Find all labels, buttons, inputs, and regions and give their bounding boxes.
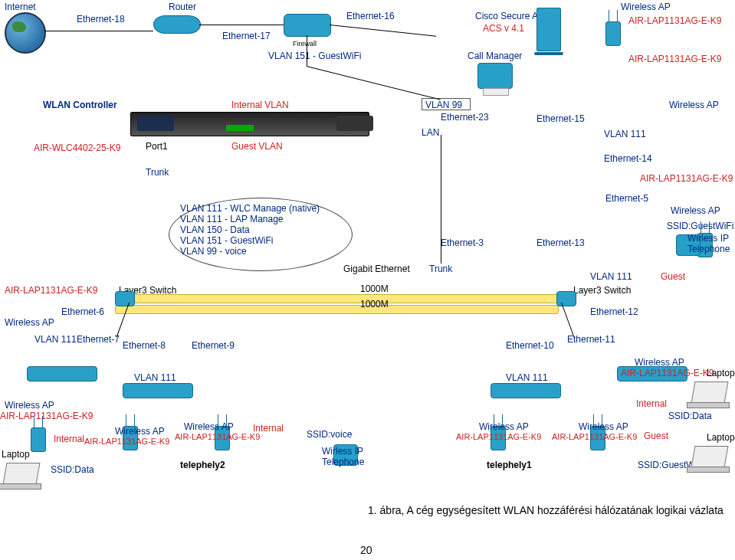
callout-l5: VLAN 99 - voice xyxy=(180,246,341,257)
fiber-link-2 xyxy=(115,305,559,314)
wap-e-label: Wireless AP xyxy=(579,421,628,432)
router-label: Router xyxy=(169,2,196,12)
call-manager-label: Call Manager xyxy=(468,51,522,61)
guest-mid: Guest xyxy=(661,271,685,282)
eth18-label: Ethernet-18 xyxy=(77,14,125,25)
vlan111-mid: VLAN 111 xyxy=(590,271,632,282)
guest-e: Guest xyxy=(644,431,668,441)
telephely2: telephely2 xyxy=(180,460,225,470)
wap-d-label: Wireless AP xyxy=(479,421,529,432)
ap-a-model: AIR-LAP1131AG-E-K9 xyxy=(0,411,93,421)
laptop-g-icon xyxy=(691,446,729,467)
callout-l4: VLAN 151 - GuestWiFi xyxy=(180,235,341,246)
ap-top-model2: AIR-LAP1131AG-E-K9 xyxy=(628,54,721,64)
firewall-icon xyxy=(284,14,331,37)
telephone-bottom: Telephone xyxy=(322,457,364,467)
vlan151-label: VLAN 151 - GuestWiFi xyxy=(268,51,361,61)
l3switch-right-icon xyxy=(556,291,576,306)
access-switch-3-icon xyxy=(491,383,561,398)
eth15-label: Ethernet-15 xyxy=(536,113,585,124)
guest-vlan-label: Guest VLAN xyxy=(231,141,283,152)
telephone-mid: Telephone xyxy=(687,244,730,254)
telephely1: telephely1 xyxy=(487,460,532,470)
callout-l2: VLAN 111 - LAP Manage xyxy=(180,214,341,224)
wlc-model: AIR-WLC4402-25-K9 xyxy=(34,142,120,153)
eth13-label: Ethernet-13 xyxy=(536,237,585,248)
ap-d-model: AIR-LAP1131AG-E-K9 xyxy=(456,432,541,441)
figure-caption: 1. ábra, A cég egységesített WLAN hozzáf… xyxy=(368,504,724,516)
ssid-guestwifi-mid: SSID:GuestWiFi xyxy=(667,221,733,231)
ap-f-model: AIR-LAP1131AG-E-K9 xyxy=(621,368,714,378)
wlc-title: WLAN Controller xyxy=(43,100,117,110)
eth6-label: Ethernet-6 xyxy=(61,306,104,317)
eth12-label: Ethernet-12 xyxy=(590,306,638,317)
wap-b-label: Wireless AP xyxy=(115,426,165,437)
ap-top-icon xyxy=(605,21,621,46)
internal-f: Internal xyxy=(636,398,667,409)
ap-lan-model: AIR-LAP1131AG-E-K9 xyxy=(640,173,733,184)
wap-top-label: Wireless AP xyxy=(621,2,671,12)
ssid-data-f: SSID:Data xyxy=(668,411,712,421)
network-diagram: Internet Ethernet-18 Router Ethernet-17 … xyxy=(0,0,735,560)
wap-left-label: Wireless AP xyxy=(5,317,54,328)
laptop-g-label: Laptop xyxy=(707,432,735,443)
trunk-top-label: Trunk xyxy=(146,167,169,178)
laptop-a-label: Laptop xyxy=(2,449,30,460)
l3switch-left-icon xyxy=(115,291,135,306)
callout-l1: VLAN 111 - WLC Manage (native) xyxy=(180,203,341,214)
wlc-icon xyxy=(130,112,369,136)
eth3-label: Ethernet-3 xyxy=(441,237,484,248)
eth11-label: Ethernet-11 xyxy=(567,334,615,345)
vlan-callout: VLAN 111 - WLC Manage (native) VLAN 111 … xyxy=(169,198,353,271)
speed-1000m-1: 1000M xyxy=(360,283,389,294)
acs-server-icon xyxy=(536,8,561,51)
eth23-label: Ethernet-23 xyxy=(441,112,489,123)
internet-label: Internet xyxy=(5,2,36,12)
lan-label: LAN xyxy=(422,127,439,138)
wirless-ip-bottom: Wirless IP xyxy=(322,446,363,457)
access-switch-2-icon xyxy=(123,383,193,398)
wap-a-label: Wireless AP xyxy=(5,400,54,411)
wap-mid-label: Wireless AP xyxy=(671,205,720,216)
eth9-label: Ethernet-9 xyxy=(192,340,235,351)
internal-vlan-label: Internal VLAN xyxy=(231,100,289,110)
internal-c: Internal xyxy=(253,423,284,434)
wirless-ip-mid: Wirless IP xyxy=(687,233,729,244)
eth7-label: Ethernet-7 xyxy=(77,334,120,345)
eth10-label: Ethernet-10 xyxy=(506,340,554,351)
ap-left-model: AIR-LAP1131AG-E-K9 xyxy=(5,285,97,296)
laptop-f-label: Laptop xyxy=(707,368,735,378)
acs-version: ACS v 4.1 xyxy=(483,23,524,34)
speed-1000m-2: 1000M xyxy=(360,299,389,309)
vlan111-bl: VLAN 111 xyxy=(134,372,176,383)
wap-f-label: Wireless AP xyxy=(635,357,684,368)
globe-icon xyxy=(5,12,46,54)
access-switch-1-icon xyxy=(27,366,97,382)
eth8-label: Ethernet-8 xyxy=(123,340,166,351)
router-icon xyxy=(153,15,201,34)
internal-a: Internal xyxy=(54,434,84,444)
ap-e-model: AIR-LAP1131AG-E-K9 xyxy=(552,432,637,441)
ap-c-model: AIR-LAP1131AG-E-K9 xyxy=(175,432,260,441)
vlan111-lan-label: VLAN 111 xyxy=(604,129,646,139)
page-number: 20 xyxy=(360,544,372,556)
l3switch-right: Layer3 Switch xyxy=(573,285,631,296)
ssid-voice: SSID:voice xyxy=(307,429,352,440)
gigabit-label: Gigabit Ethernet xyxy=(343,264,410,274)
firewall-label: Firewall xyxy=(293,40,317,47)
eth5-label: Ethernet-5 xyxy=(605,193,648,204)
wap-lan-label: Wireless AP xyxy=(669,100,719,110)
vlan111-left: VLAN 111 xyxy=(34,334,77,345)
eth16-label: Ethernet-16 xyxy=(346,11,395,21)
ssid-data-a: SSID:Data xyxy=(51,464,94,475)
laptop-f-icon xyxy=(691,382,729,403)
call-manager-icon xyxy=(477,63,513,89)
ap-top-model1: AIR-LAP1131AG-E-K9 xyxy=(628,15,721,26)
wlc-port1: Port1 xyxy=(146,141,168,152)
trunk-mid-label: Trunk xyxy=(429,264,452,274)
ap-b-model: AIR-LAP1131AG-E-K9 xyxy=(84,437,169,446)
laptop-a-icon xyxy=(3,463,41,484)
wap-c-label: Wireless AP xyxy=(184,421,234,432)
ap-a-icon xyxy=(31,427,46,452)
vlan111-br: VLAN 111 xyxy=(506,372,548,383)
